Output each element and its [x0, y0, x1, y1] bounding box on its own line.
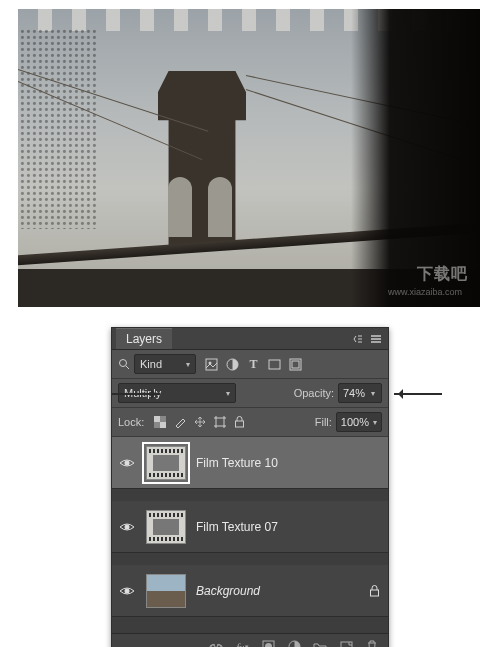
filter-kind-label: Kind [140, 358, 162, 370]
lock-row: Lock: Fill: 100% ▾ [112, 408, 388, 437]
panel-menu-icon[interactable] [368, 332, 384, 346]
mask-icon[interactable] [260, 639, 276, 648]
filter-adjust-icon[interactable] [225, 357, 240, 372]
lock-position-icon[interactable] [192, 415, 207, 430]
lock-transparency-icon[interactable] [152, 415, 167, 430]
adjustment-layer-icon[interactable] [286, 639, 302, 648]
group-icon[interactable] [312, 639, 328, 648]
svg-point-14 [125, 524, 130, 529]
filter-row: Kind ▾ T [112, 350, 388, 379]
layer-name-label[interactable]: Film Texture 07 [196, 520, 278, 534]
fill-input[interactable]: 100% ▾ [336, 412, 382, 432]
fill-value: 100% [341, 416, 369, 428]
layer-name-label[interactable]: Film Texture 10 [196, 456, 278, 470]
layer-thumbnail[interactable] [144, 444, 188, 482]
filter-smart-icon[interactable] [288, 357, 303, 372]
lock-label: Lock: [118, 416, 144, 428]
filter-pixel-icon[interactable] [204, 357, 219, 372]
trash-icon[interactable] [364, 639, 380, 648]
layer-thumbnail[interactable] [144, 572, 188, 610]
layer-name-label[interactable]: Background [196, 584, 260, 598]
new-layer-icon[interactable] [338, 639, 354, 648]
chevron-down-icon: ▾ [373, 418, 377, 427]
layer-thumbnail[interactable] [144, 508, 188, 546]
filter-kind-dropdown[interactable]: Kind ▾ [134, 354, 196, 374]
lock-brush-icon[interactable] [172, 415, 187, 430]
fill-label: Fill: [315, 416, 332, 428]
opacity-input[interactable]: 74% ▾ [338, 383, 382, 403]
svg-rect-16 [371, 590, 379, 596]
opacity-value: 74% [343, 387, 365, 399]
visibility-toggle-icon[interactable] [118, 518, 136, 536]
svg-rect-8 [160, 422, 166, 428]
search-icon [118, 358, 130, 370]
svg-rect-12 [236, 421, 244, 427]
svg-rect-6 [292, 361, 299, 368]
chevron-down-icon: ▾ [371, 389, 375, 398]
layer-row[interactable]: Film Texture 10 [112, 437, 388, 489]
watermark-main: 下载吧 [417, 264, 468, 285]
svg-point-15 [125, 588, 130, 593]
visibility-toggle-icon[interactable] [118, 454, 136, 472]
chevron-down-icon: ▾ [226, 389, 230, 398]
svg-point-13 [125, 460, 130, 465]
composite-preview: 下载吧 www.xiazaiba.com [18, 9, 480, 307]
svg-rect-9 [160, 416, 166, 422]
lock-all-icon[interactable] [232, 415, 247, 430]
link-layers-icon[interactable] [208, 639, 224, 648]
layers-tab[interactable]: Layers [116, 328, 172, 349]
collapse-icon[interactable] [350, 332, 366, 346]
callout-arrow-right [394, 393, 442, 395]
chevron-down-icon: ▾ [186, 360, 190, 369]
lock-icon[interactable] [367, 583, 382, 598]
svg-rect-10 [154, 422, 160, 428]
fx-icon[interactable]: fx▾ [234, 639, 250, 648]
lock-artboard-icon[interactable] [212, 415, 227, 430]
watermark-sub: www.xiazaiba.com [388, 287, 462, 297]
panel-footer: fx▾ [112, 633, 388, 647]
callout-arrow-left [112, 393, 160, 395]
filter-type-icon[interactable]: T [246, 357, 261, 372]
svg-rect-11 [216, 418, 224, 426]
svg-rect-7 [154, 416, 160, 422]
filter-shape-icon[interactable] [267, 357, 282, 372]
layer-row[interactable]: Background [112, 565, 388, 617]
layers-panel: Layers Kind ▾ T [111, 327, 389, 647]
svg-rect-4 [269, 360, 280, 369]
opacity-label: Opacity: [294, 387, 334, 399]
svg-point-0 [120, 360, 127, 367]
layer-row[interactable]: Film Texture 07 [112, 501, 388, 553]
layers-list: Film Texture 10 Film Texture 07 Backgrou… [112, 437, 388, 633]
panel-header: Layers [112, 328, 388, 350]
svg-point-20 [265, 643, 272, 647]
visibility-toggle-icon[interactable] [118, 582, 136, 600]
